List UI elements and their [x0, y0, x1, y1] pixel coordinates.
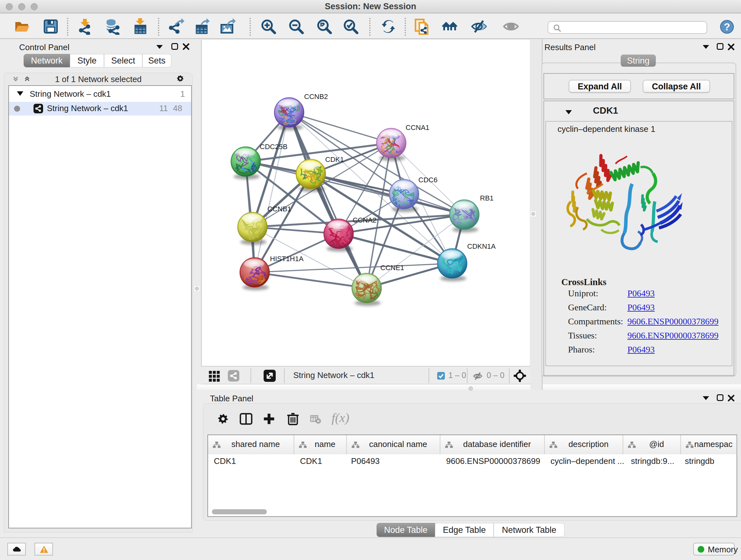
svg-text:?: ?	[724, 21, 730, 33]
svg-text:CDC6: CDC6	[418, 176, 437, 184]
svg-text:CCNB2: CCNB2	[304, 92, 328, 101]
svg-text:CDK1: CDK1	[325, 155, 344, 164]
svg-text:CDC25B: CDC25B	[260, 143, 287, 151]
svg-text:CCNE1: CCNE1	[381, 264, 404, 272]
svg-text:CCNA2: CCNA2	[353, 216, 377, 224]
svg-text:CCNB1: CCNB1	[267, 205, 291, 213]
svg-text:CDKN1A: CDKN1A	[467, 242, 496, 250]
svg-text:CCNA1: CCNA1	[406, 124, 429, 132]
svg-text:HIST1H1A: HIST1H1A	[270, 255, 304, 263]
svg-text:RB1: RB1	[480, 194, 494, 202]
